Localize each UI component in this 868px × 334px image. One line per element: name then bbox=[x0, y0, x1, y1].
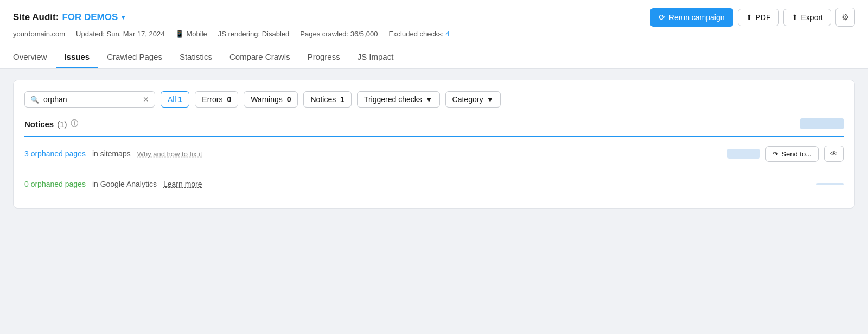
issue-left: 3 orphaned pages in sitemaps Why and how… bbox=[24, 149, 202, 158]
chevron-down-icon: ▼ bbox=[486, 95, 494, 104]
send-icon: ↷ bbox=[773, 150, 778, 158]
updated-date: Updated: Sun, Mar 17, 2024 bbox=[76, 30, 164, 38]
info-icon[interactable]: ⓘ bbox=[71, 119, 78, 129]
section-bar-chart bbox=[800, 118, 844, 129]
issue-bar bbox=[727, 149, 760, 159]
pages-crawled: Pages crawled: 36/5,000 bbox=[300, 30, 378, 38]
chevron-down-icon: ▼ bbox=[425, 95, 433, 104]
tab-progress[interactable]: Progress bbox=[299, 47, 349, 68]
tab-js-impact[interactable]: JS Impact bbox=[349, 47, 403, 68]
domain: yourdomain.com bbox=[13, 30, 65, 38]
issue-thin-bar bbox=[816, 183, 844, 185]
issue-row: 0 orphaned pages in Google Analytics Lea… bbox=[24, 171, 844, 197]
campaign-name[interactable]: FOR DEMOS ▼ bbox=[62, 12, 126, 23]
search-box: 🔍 ✕ bbox=[24, 91, 155, 108]
js-rendering: JS rendering: Disabled bbox=[218, 30, 290, 38]
main-content: 🔍 ✕ All1 Errors 0 Warnings 0 Notices 1 T… bbox=[0, 69, 868, 219]
why-fix-it-link[interactable]: Why and how to fix it bbox=[137, 150, 202, 158]
export-button[interactable]: ⬆ Export bbox=[783, 9, 831, 26]
issue-left: 0 orphaned pages in Google Analytics Lea… bbox=[24, 180, 202, 188]
filter-row: 🔍 ✕ All1 Errors 0 Warnings 0 Notices 1 T… bbox=[24, 91, 844, 108]
mobile-icon: 📱 bbox=[175, 30, 184, 38]
filter-errors-button[interactable]: Errors 0 bbox=[195, 91, 238, 108]
header-actions: ⟳ Rerun campaign ⬆ PDF ⬆ Export ⚙ bbox=[650, 8, 855, 27]
orphaned-pages-analytics-link[interactable]: 0 orphaned pages bbox=[24, 180, 86, 188]
notices-section-header: Notices (1) ⓘ bbox=[24, 118, 844, 137]
clear-icon[interactable]: ✕ bbox=[143, 95, 149, 104]
header-top: Site Audit: FOR DEMOS ▼ ⟳ Rerun campaign… bbox=[13, 8, 855, 27]
search-input[interactable] bbox=[43, 95, 138, 104]
nav-tabs: Overview Issues Crawled Pages Statistics… bbox=[13, 47, 855, 68]
tab-issues[interactable]: Issues bbox=[56, 47, 99, 68]
filter-notices-button[interactable]: Notices 1 bbox=[303, 91, 351, 108]
tab-compare-crawls[interactable]: Compare Crawls bbox=[221, 47, 299, 68]
tab-overview[interactable]: Overview bbox=[13, 47, 56, 68]
excluded-checks-link[interactable]: 4 bbox=[445, 30, 449, 38]
header-meta: yourdomain.com Updated: Sun, Mar 17, 202… bbox=[13, 30, 855, 43]
header-left: Site Audit: FOR DEMOS ▼ bbox=[13, 12, 126, 23]
content-card: 🔍 ✕ All1 Errors 0 Warnings 0 Notices 1 T… bbox=[13, 80, 855, 209]
refresh-icon: ⟳ bbox=[659, 12, 666, 22]
orphaned-pages-sitemaps-link[interactable]: 3 orphaned pages bbox=[24, 149, 86, 158]
issue-row: 3 orphaned pages in sitemaps Why and how… bbox=[24, 137, 844, 171]
tab-crawled-pages[interactable]: Crawled Pages bbox=[98, 47, 171, 68]
chevron-down-icon: ▼ bbox=[120, 14, 126, 21]
pdf-button[interactable]: ⬆ PDF bbox=[738, 9, 779, 26]
filter-all-button[interactable]: All1 bbox=[161, 91, 189, 108]
category-dropdown[interactable]: Category ▼ bbox=[445, 91, 501, 108]
triggered-checks-dropdown[interactable]: Triggered checks ▼ bbox=[357, 91, 440, 108]
filter-warnings-button[interactable]: Warnings 0 bbox=[244, 91, 298, 108]
issue-right: ↷ Send to... 👁 bbox=[727, 146, 844, 162]
upload-icon: ⬆ bbox=[746, 13, 752, 22]
eye-button[interactable]: 👁 bbox=[824, 146, 844, 162]
site-audit-label: Site Audit: bbox=[13, 12, 59, 23]
issue-right bbox=[816, 183, 844, 185]
rerun-campaign-button[interactable]: ⟳ Rerun campaign bbox=[650, 8, 733, 27]
section-title: Notices (1) ⓘ bbox=[24, 119, 78, 129]
header: Site Audit: FOR DEMOS ▼ ⟳ Rerun campaign… bbox=[0, 0, 868, 69]
device-info: 📱 Mobile bbox=[175, 30, 207, 38]
export-icon: ⬆ bbox=[792, 13, 798, 22]
excluded-checks: Excluded checks: 4 bbox=[388, 30, 449, 38]
learn-more-link[interactable]: Learn more bbox=[163, 180, 202, 188]
search-icon: 🔍 bbox=[30, 96, 39, 104]
tab-statistics[interactable]: Statistics bbox=[171, 47, 221, 68]
send-to-button[interactable]: ↷ Send to... bbox=[765, 146, 819, 162]
settings-button[interactable]: ⚙ bbox=[835, 8, 855, 27]
